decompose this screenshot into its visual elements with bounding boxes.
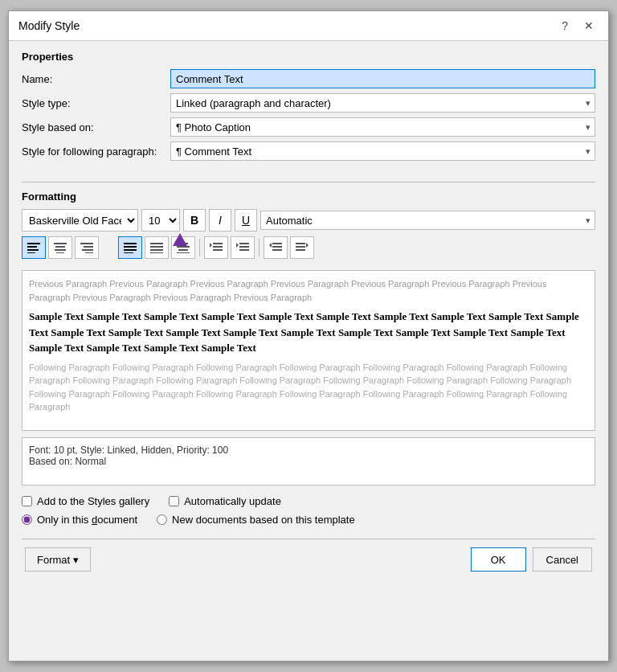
- svg-rect-12: [124, 243, 137, 244]
- dialog-content: Properties Name: Style type: Linked (par…: [9, 41, 608, 661]
- svg-rect-29: [239, 246, 249, 248]
- svg-rect-34: [272, 249, 282, 251]
- svg-rect-21: [177, 246, 190, 248]
- color-select[interactable]: Automatic: [260, 211, 595, 230]
- style-type-select[interactable]: Linked (paragraph and character): [170, 93, 595, 113]
- svg-rect-5: [55, 246, 65, 248]
- new-template-radio-label[interactable]: New documents based on this template: [157, 514, 355, 526]
- align-justify-button[interactable]: [118, 236, 142, 259]
- svg-rect-11: [85, 252, 93, 253]
- svg-rect-38: [296, 249, 305, 251]
- style-following-wrapper: ¶ Comment Text: [170, 141, 595, 161]
- italic-button[interactable]: I: [209, 209, 231, 232]
- style-based-row: Style based on: ¶ Photo Caption: [22, 117, 595, 137]
- title-bar: Modify Style ? ✕: [9, 11, 608, 41]
- style-based-label: Style based on:: [22, 121, 170, 133]
- action-buttons: OK Cancel: [471, 547, 592, 572]
- align-left-button[interactable]: [22, 236, 46, 259]
- svg-marker-39: [306, 243, 308, 248]
- svg-rect-13: [124, 246, 137, 248]
- title-bar-controls: ? ✕: [557, 18, 599, 34]
- svg-rect-32: [272, 243, 282, 244]
- help-button[interactable]: ?: [557, 18, 573, 34]
- underline-button[interactable]: U: [235, 209, 257, 232]
- svg-rect-0: [27, 243, 40, 244]
- style-type-row: Style type: Linked (paragraph and charac…: [22, 93, 595, 113]
- description-line2: Based on: Normal: [29, 456, 588, 467]
- align-center-button[interactable]: [48, 236, 72, 259]
- format-button[interactable]: Format ▾: [25, 547, 91, 572]
- description-line1: Font: 10 pt, Style: Linked, Hidden, Prio…: [29, 445, 588, 456]
- svg-rect-1: [27, 246, 37, 248]
- modify-style-dialog: Modify Style ? ✕ Properties Name: Style …: [8, 10, 609, 662]
- name-row: Name:: [22, 69, 595, 88]
- svg-marker-31: [236, 243, 239, 248]
- svg-rect-14: [124, 249, 137, 251]
- style-based-wrapper: ¶ Photo Caption: [170, 117, 595, 137]
- formatting-section: Formatting Baskerville Old Face 10 B I U…: [22, 191, 595, 264]
- style-type-wrapper: Linked (paragraph and character): [170, 93, 595, 113]
- svg-rect-19: [150, 252, 163, 253]
- svg-rect-23: [177, 252, 190, 253]
- add-gallery-checkbox-label[interactable]: Add to the Styles gallery: [22, 495, 149, 507]
- ok-button[interactable]: OK: [471, 547, 526, 572]
- auto-update-label: Automatically update: [184, 495, 281, 507]
- name-input[interactable]: [170, 69, 595, 88]
- cancel-button[interactable]: Cancel: [533, 547, 592, 572]
- svg-rect-24: [213, 243, 223, 244]
- align-right-button[interactable]: [75, 236, 99, 259]
- line-spacing2-button[interactable]: [231, 236, 255, 259]
- style-description: Font: 10 pt, Style: Linked, Hidden, Prio…: [22, 437, 595, 486]
- svg-rect-7: [56, 252, 64, 253]
- font-select[interactable]: Baskerville Old Face: [22, 209, 138, 232]
- svg-rect-37: [296, 246, 305, 248]
- svg-rect-16: [150, 243, 163, 244]
- close-button[interactable]: ✕: [579, 18, 599, 34]
- button-row: Format ▾ OK Cancel: [22, 547, 595, 572]
- add-gallery-checkbox[interactable]: [22, 496, 32, 506]
- properties-section: Properties Name: Style type: Linked (par…: [22, 51, 595, 166]
- svg-rect-8: [80, 243, 93, 244]
- add-gallery-label: Add to the Styles gallery: [37, 495, 149, 507]
- auto-update-checkbox-label[interactable]: Automatically update: [169, 495, 281, 507]
- svg-rect-9: [84, 246, 93, 248]
- auto-update-checkbox[interactable]: [169, 496, 179, 506]
- section-divider: [22, 182, 595, 182]
- indent-increase-button[interactable]: [290, 236, 314, 259]
- properties-label: Properties: [22, 51, 595, 63]
- only-this-doc-label: Only in this document: [37, 514, 137, 526]
- line-spacing-button[interactable]: [204, 236, 228, 259]
- name-label: Name:: [22, 73, 170, 85]
- style-type-label: Style type:: [22, 97, 170, 109]
- font-size-select[interactable]: 10: [141, 209, 180, 232]
- svg-rect-26: [213, 249, 223, 251]
- preview-following-text: Following Paragraph Following Paragraph …: [29, 361, 588, 414]
- svg-rect-3: [27, 252, 35, 253]
- bold-button[interactable]: B: [183, 209, 206, 232]
- svg-marker-35: [269, 243, 272, 248]
- svg-rect-33: [272, 246, 282, 248]
- toolbar-row-2: [22, 236, 595, 259]
- svg-rect-2: [27, 249, 39, 251]
- only-this-doc-radio[interactable]: [22, 514, 32, 525]
- new-template-radio[interactable]: [157, 514, 167, 525]
- new-template-label: New documents based on this template: [172, 514, 355, 526]
- style-based-select[interactable]: ¶ Photo Caption: [170, 117, 595, 137]
- preview-area: Previous Paragraph Previous Paragraph Pr…: [22, 270, 595, 431]
- svg-rect-28: [239, 243, 249, 244]
- toolbar-row-1: Baskerville Old Face 10 B I U Automatic: [22, 209, 595, 232]
- toolbar-divider: [199, 239, 200, 256]
- svg-rect-18: [150, 249, 163, 251]
- svg-rect-25: [213, 246, 223, 248]
- svg-marker-27: [210, 243, 212, 248]
- color-select-wrapper: Automatic: [260, 211, 595, 230]
- indent-decrease-button[interactable]: [264, 236, 288, 259]
- align-distributed-button[interactable]: [145, 236, 169, 259]
- style-following-select[interactable]: ¶ Comment Text: [170, 141, 595, 161]
- svg-rect-17: [150, 246, 163, 248]
- only-this-doc-radio-label[interactable]: Only in this document: [22, 514, 137, 526]
- options-row: Add to the Styles gallery Automatically …: [22, 495, 595, 507]
- preview-sample-text: Sample Text Sample Text Sample Text Samp…: [29, 309, 588, 356]
- toolbar-divider2: [259, 239, 259, 256]
- svg-rect-15: [124, 252, 133, 253]
